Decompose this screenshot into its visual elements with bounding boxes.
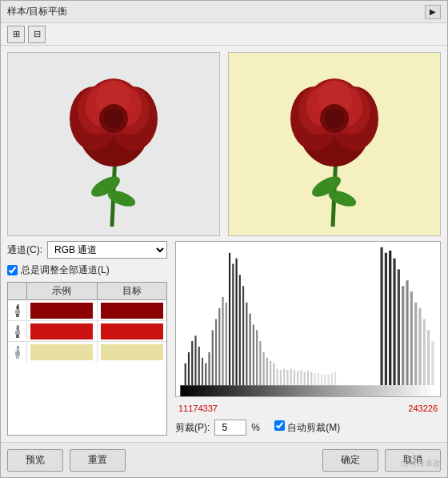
hist-val-37: 37	[208, 404, 218, 413]
svg-rect-90	[389, 251, 391, 385]
target-color-2[interactable]	[98, 321, 167, 341]
tool-button-2[interactable]: ⊟	[28, 26, 46, 43]
channel-select[interactable]: RGB 通道 红通道 绿通道 蓝通道	[47, 241, 167, 259]
svg-rect-40	[16, 355, 19, 359]
svg-rect-48	[202, 358, 203, 385]
tool-button-1[interactable]: ⊞	[7, 26, 25, 43]
svg-rect-73	[286, 370, 288, 385]
auto-clip-checkbox[interactable]	[274, 420, 285, 431]
right-panel: 11 17 43 37 243 226 剪裁(P): % 自动剪裁(M)	[175, 241, 441, 436]
adjust-all-channels-checkbox[interactable]	[7, 265, 18, 275]
eyedropper-2-icon[interactable]	[8, 321, 27, 341]
header-sample: 示例	[27, 283, 98, 299]
target-rose-svg	[270, 58, 398, 231]
sample-color-2[interactable]	[27, 321, 98, 341]
hist-val-226: 226	[423, 404, 438, 413]
svg-rect-82	[318, 373, 319, 385]
clip-unit: %	[251, 422, 260, 433]
svg-rect-81	[314, 373, 315, 385]
table-row	[8, 300, 166, 321]
svg-point-41	[16, 347, 19, 351]
minus-icon: ⊟	[34, 29, 41, 39]
target-color-box-1	[101, 303, 163, 319]
svg-rect-51	[212, 330, 214, 385]
auto-clip-checkbox-row: 自动剪裁(M)	[274, 420, 340, 435]
svg-rect-66	[263, 352, 265, 385]
svg-rect-83	[321, 374, 322, 385]
svg-rect-49	[205, 364, 206, 386]
svg-rect-57	[232, 264, 234, 386]
main-window: 样本/目标平衡 ▶ ⊞ ⊟	[0, 0, 448, 478]
target-color-1[interactable]	[98, 300, 167, 320]
sample-rose-svg	[50, 58, 178, 231]
svg-rect-100	[431, 341, 434, 385]
eyedropper-3-icon[interactable]	[8, 342, 27, 363]
table-row	[8, 342, 166, 363]
sample-color-1[interactable]	[27, 300, 98, 320]
svg-rect-50	[208, 352, 210, 385]
clip-input[interactable]	[214, 420, 246, 436]
left-panel: 通道(C): RGB 通道 红通道 绿通道 蓝通道 总是调整全部通道(L)	[7, 241, 167, 436]
svg-rect-63	[253, 324, 254, 385]
svg-rect-78	[304, 372, 306, 386]
footer-left: 预览 重置	[7, 449, 126, 472]
svg-rect-54	[222, 297, 223, 385]
svg-rect-68	[270, 361, 271, 385]
svg-rect-84	[324, 374, 326, 385]
preview-button[interactable]: 预览	[7, 449, 63, 472]
svg-rect-87	[334, 372, 336, 386]
confirm-button[interactable]: 确定	[322, 449, 378, 472]
svg-rect-95	[410, 291, 413, 385]
svg-rect-70	[277, 369, 278, 386]
clip-label: 剪裁(P):	[175, 421, 210, 435]
svg-rect-36	[16, 335, 19, 338]
svg-rect-64	[256, 330, 258, 385]
svg-rect-80	[310, 372, 312, 386]
svg-rect-45	[191, 341, 193, 385]
svg-rect-71	[280, 370, 282, 385]
header-target: 目标	[98, 283, 167, 299]
hist-val-243: 243	[408, 404, 422, 413]
expand-button[interactable]: ▶	[425, 5, 441, 19]
target-color-3[interactable]	[98, 342, 167, 363]
eyedropper-1-icon[interactable]	[8, 300, 27, 320]
svg-rect-98	[423, 319, 426, 386]
svg-rect-72	[283, 369, 285, 386]
channel-label: 通道(C):	[7, 243, 42, 257]
image-row	[7, 52, 441, 236]
toolbar: ⊞ ⊟	[1, 23, 447, 46]
sample-color-box-3	[30, 344, 93, 361]
histogram-box	[175, 241, 441, 397]
checkbox-row: 总是调整全部通道(L)	[7, 263, 167, 277]
sample-rose	[8, 53, 219, 235]
footer-bar: 预览 重置 确定 取消 ①何传承改	[1, 442, 447, 477]
svg-rect-96	[414, 303, 417, 385]
svg-rect-92	[398, 269, 400, 385]
hist-val-11: 11	[178, 404, 188, 413]
svg-rect-52	[215, 319, 217, 386]
clip-row: 剪裁(P): % 自动剪裁(M)	[175, 420, 441, 436]
sample-color-box-1	[30, 303, 93, 319]
svg-rect-67	[266, 358, 268, 385]
svg-rect-35	[15, 331, 20, 335]
svg-rect-91	[393, 259, 395, 386]
svg-rect-43	[185, 364, 186, 386]
svg-rect-94	[406, 280, 408, 385]
table-row	[8, 321, 166, 342]
svg-rect-97	[418, 308, 421, 386]
grid-icon: ⊞	[13, 29, 20, 39]
svg-rect-55	[226, 303, 227, 385]
svg-rect-56	[229, 253, 230, 385]
svg-rect-39	[15, 351, 20, 355]
svg-point-29	[325, 109, 344, 128]
svg-rect-93	[402, 286, 404, 385]
sample-color-3[interactable]	[27, 342, 98, 363]
svg-rect-47	[198, 347, 200, 385]
histogram-values: 11 17 43 37 243 226	[175, 402, 441, 415]
sample-image-box	[7, 52, 220, 236]
reset-button[interactable]: 重置	[70, 449, 126, 472]
controls-row: 通道(C): RGB 通道 红通道 绿通道 蓝通道 总是调整全部通道(L)	[7, 241, 441, 436]
watermark: ①何传承改	[401, 458, 441, 469]
svg-rect-88	[380, 247, 382, 385]
svg-rect-61	[246, 303, 247, 385]
